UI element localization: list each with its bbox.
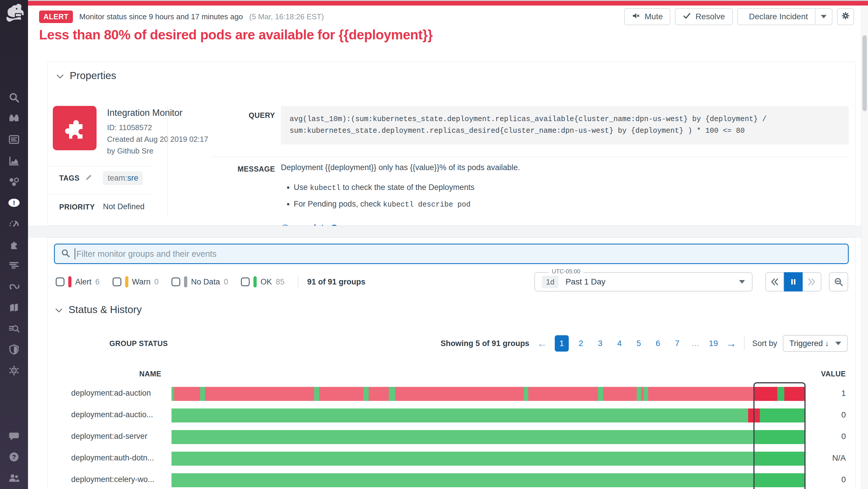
dashboards-icon[interactable] bbox=[7, 132, 21, 147]
watchdog-binoculars-icon[interactable] bbox=[7, 112, 21, 125]
infrastructure-hexagons-icon[interactable] bbox=[7, 175, 21, 189]
page-6[interactable]: 6 bbox=[651, 335, 665, 352]
page-5[interactable]: 5 bbox=[632, 335, 646, 352]
apm-gauge-icon[interactable] bbox=[7, 217, 21, 231]
check-icon bbox=[682, 11, 691, 22]
synthetics-icon[interactable] bbox=[7, 280, 21, 294]
group-status-bar[interactable] bbox=[172, 408, 805, 423]
group-name[interactable]: deployment:celery-wo... bbox=[71, 475, 168, 484]
status-filter-warn[interactable]: Warn0 bbox=[113, 276, 159, 287]
previous-page-arrow[interactable]: ← bbox=[537, 337, 548, 349]
mute-button[interactable]: Mute bbox=[624, 8, 670, 25]
ci-search-lines-icon[interactable] bbox=[7, 322, 21, 336]
status-label: OK bbox=[260, 277, 272, 286]
chat-bubble-icon[interactable] bbox=[7, 429, 21, 443]
divider bbox=[298, 275, 299, 288]
checkbox[interactable] bbox=[241, 277, 250, 286]
group-status-bar[interactable] bbox=[172, 430, 805, 444]
monitor-title: Less than 80% of desired pods are availa… bbox=[39, 27, 433, 42]
divider bbox=[211, 157, 849, 157]
status-color-pill bbox=[253, 276, 257, 287]
status-filter-alert[interactable]: Alert6 bbox=[56, 276, 100, 287]
page-3[interactable]: 3 bbox=[593, 335, 607, 352]
resolve-button[interactable]: Resolve bbox=[675, 8, 733, 25]
sidebar: !? bbox=[0, 0, 28, 489]
scrollbar-track[interactable] bbox=[861, 6, 868, 489]
inline-code: kubectl bbox=[310, 184, 341, 192]
security-shield-icon[interactable] bbox=[7, 342, 21, 357]
status-segment bbox=[172, 387, 174, 401]
timezone-label: UTC-05:00 bbox=[549, 268, 583, 275]
tag-value: sre bbox=[127, 174, 138, 182]
datadog-logo-icon[interactable] bbox=[3, 3, 25, 23]
page-4[interactable]: 4 bbox=[613, 335, 626, 352]
help-question-icon[interactable]: ? bbox=[7, 450, 21, 464]
search-icon[interactable] bbox=[7, 90, 21, 104]
status-segment bbox=[524, 387, 528, 401]
checkbox[interactable] bbox=[113, 277, 121, 286]
edit-pencil-icon[interactable] bbox=[85, 174, 92, 182]
divider bbox=[48, 194, 153, 194]
time-range-selector[interactable]: UTC-05:00 1d Past 1 Day bbox=[534, 272, 752, 292]
main-content: ALERT Monitor status since 9 hours and 1… bbox=[28, 0, 868, 489]
page-7[interactable]: 7 bbox=[670, 335, 684, 352]
logs-icon[interactable] bbox=[7, 258, 21, 272]
group-status-bar[interactable] bbox=[172, 387, 805, 401]
network-globe-icon[interactable] bbox=[7, 364, 21, 377]
filter-search-input[interactable] bbox=[76, 249, 842, 259]
monitor-status-timestamp: (5 Mar, 16:18:26 EST) bbox=[249, 12, 324, 21]
tags-row: TAGS team:sre bbox=[59, 174, 92, 182]
declare-incident-dropdown[interactable] bbox=[815, 9, 832, 25]
integration-monitor-tile bbox=[53, 106, 97, 150]
time-forward-button[interactable] bbox=[803, 272, 822, 292]
group-name[interactable]: deployment:ad-auctio... bbox=[71, 410, 168, 419]
sort-dropdown[interactable]: Triggered ↓ bbox=[783, 335, 847, 352]
page-2[interactable]: 2 bbox=[574, 335, 588, 352]
svg-text:?: ? bbox=[12, 453, 16, 461]
integrations-puzzle-icon[interactable] bbox=[7, 238, 21, 252]
text-cursor bbox=[75, 248, 75, 259]
time-back-button[interactable] bbox=[765, 272, 784, 292]
status-filter-no-data[interactable]: No Data0 bbox=[172, 276, 228, 287]
metrics-chart-icon[interactable] bbox=[7, 154, 21, 168]
status-filter-ok[interactable]: OK85 bbox=[241, 276, 284, 287]
next-page-arrow[interactable]: → bbox=[726, 337, 737, 349]
status-segment bbox=[641, 387, 644, 401]
double-chevron-right-icon bbox=[807, 277, 817, 287]
group-name[interactable]: deployment:auth-dotn... bbox=[71, 453, 168, 462]
chevron-down-icon bbox=[55, 304, 63, 315]
settings-button[interactable] bbox=[837, 8, 854, 25]
status-history-heading: Status & History bbox=[68, 304, 142, 315]
scrollbar-thumb[interactable] bbox=[863, 35, 867, 111]
checkbox[interactable] bbox=[56, 277, 64, 286]
group-row: deployment:ad-server0 bbox=[48, 426, 855, 448]
status-history-section-header[interactable]: Status & History bbox=[55, 304, 142, 315]
group-name[interactable]: deployment:ad-auction bbox=[71, 389, 168, 398]
notebooks-icon[interactable] bbox=[7, 301, 21, 315]
group-status-bar[interactable] bbox=[172, 473, 805, 487]
priority-value: Not Defined bbox=[103, 202, 145, 211]
tag-team-sre[interactable]: team:sre bbox=[103, 171, 143, 185]
zoom-out-button[interactable] bbox=[829, 272, 848, 292]
pause-live-button[interactable] bbox=[784, 272, 803, 292]
time-range-chip: 1d bbox=[542, 276, 559, 288]
puzzle-piece-icon bbox=[61, 114, 88, 142]
monitor-status-text: Monitor status since 9 hours and 17 minu… bbox=[79, 12, 243, 21]
properties-card: Properties Integration Monitor ID: 11058… bbox=[47, 62, 856, 226]
group-status-bar[interactable] bbox=[172, 452, 805, 466]
tags-label: TAGS bbox=[59, 174, 80, 182]
status-segment bbox=[172, 408, 748, 423]
declare-incident-button[interactable]: Declare Incident bbox=[738, 9, 815, 25]
status-count: 6 bbox=[95, 277, 100, 286]
status-segment bbox=[637, 387, 641, 401]
monitor-status-row: ALERT Monitor status since 9 hours and 1… bbox=[39, 10, 324, 23]
page-1[interactable]: 1 bbox=[555, 335, 569, 352]
chevron-down-icon bbox=[835, 342, 841, 345]
group-name[interactable]: deployment:ad-server bbox=[71, 432, 168, 441]
filter-search[interactable] bbox=[54, 244, 849, 264]
properties-section-header[interactable]: Properties bbox=[56, 70, 116, 82]
users-icon[interactable] bbox=[7, 471, 21, 485]
checkbox[interactable] bbox=[172, 277, 180, 286]
monitors-alert-icon[interactable]: ! bbox=[7, 196, 21, 210]
page-19[interactable]: 19 bbox=[706, 335, 720, 352]
